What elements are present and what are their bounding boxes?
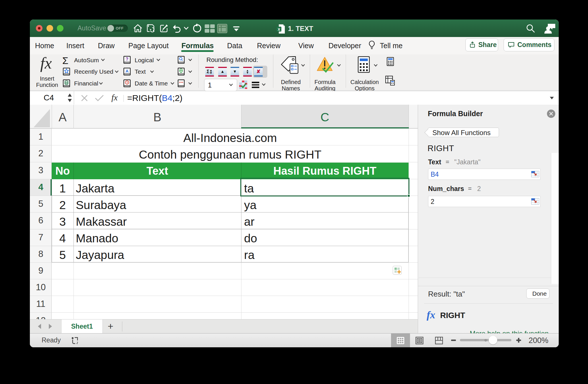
svg-text:A: A <box>125 69 129 73</box>
svg-text:?: ? <box>126 57 129 62</box>
svg-text:X: X <box>278 27 280 32</box>
